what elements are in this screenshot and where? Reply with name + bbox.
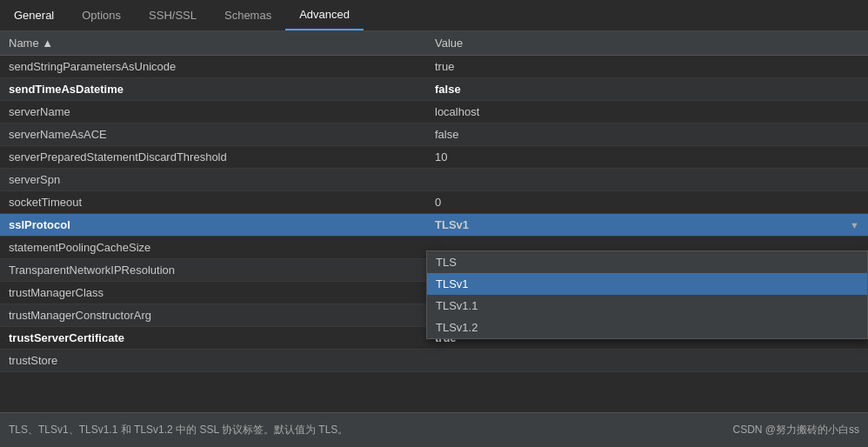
tab-schemas[interactable]: Schemas (210, 0, 285, 30)
property-value: 0 (426, 191, 868, 214)
tab-general[interactable]: General (0, 0, 68, 30)
property-value: 10 (426, 146, 868, 169)
property-value: true (426, 56, 868, 78)
property-name: trustManagerClass (0, 282, 426, 304)
property-name: serverSpn (0, 169, 426, 191)
table-row[interactable]: sendStringParametersAsUnicodetrue (0, 56, 868, 78)
property-value: false (426, 123, 868, 146)
property-name: sslProtocol (0, 214, 426, 237)
dropdown-option[interactable]: TLS (427, 251, 867, 273)
property-value (426, 169, 868, 191)
property-name: serverPreparedStatementDiscardThreshold (0, 146, 426, 169)
dropdown-option[interactable]: TLSv1.2 (427, 317, 867, 338)
property-name: trustServerCertificate (0, 327, 426, 350)
col-header-value: Value (426, 31, 868, 56)
dropdown-option[interactable]: TLSv1 (427, 273, 867, 295)
table-row[interactable]: serverSpn (0, 169, 868, 191)
table-row[interactable]: serverPreparedStatementDiscardThreshold1… (0, 146, 868, 169)
property-name: trustStore (0, 350, 426, 372)
property-name: statementPoolingCacheSize (0, 237, 426, 259)
property-name: serverNameAsACE (0, 123, 426, 146)
footer: TLS、TLSv1、TLSv1.1 和 TLSv1.2 中的 SSL 协议标签。… (0, 412, 868, 447)
footer-note: TLS、TLSv1、TLSv1.1 和 TLSv1.2 中的 SSL 协议标签。… (9, 423, 348, 437)
property-value (426, 350, 868, 372)
tab-bar: General Options SSH/SSL Schemas Advanced (0, 0, 868, 31)
table-row[interactable]: serverNamelocalhost (0, 101, 868, 123)
property-name: TransparentNetworkIPResolution (0, 259, 426, 282)
table-row[interactable]: socketTimeout0 (0, 191, 868, 214)
property-name: trustManagerConstructorArg (0, 304, 426, 327)
table-row[interactable]: sendTimeAsDatetimefalse (0, 78, 868, 101)
property-value: false (426, 78, 868, 101)
dropdown-arrow-icon[interactable]: ▼ (850, 220, 859, 230)
ssl-protocol-dropdown[interactable]: TLSTLSv1TLSv1.1TLSv1.2 (426, 250, 868, 339)
table-row[interactable]: serverNameAsACEfalse (0, 123, 868, 146)
properties-table-container: Name ▲ Value sendStringParametersAsUnico… (0, 31, 868, 412)
table-row[interactable]: trustStore (0, 350, 868, 372)
app-container: General Options SSH/SSL Schemas Advanced… (0, 0, 868, 447)
main-content: Name ▲ Value sendStringParametersAsUnico… (0, 31, 868, 447)
tab-advanced[interactable]: Advanced (285, 0, 364, 30)
property-name: sendStringParametersAsUnicode (0, 56, 426, 78)
footer-brand: CSDN @努力搬砖的小白ss (732, 423, 859, 437)
table-row[interactable]: sslProtocolTLSv1▼ (0, 214, 868, 237)
tab-sshssl[interactable]: SSH/SSL (135, 0, 210, 30)
tab-options[interactable]: Options (68, 0, 135, 30)
col-header-name: Name ▲ (0, 31, 426, 56)
dropdown-option[interactable]: TLSv1.1 (427, 295, 867, 317)
property-name: socketTimeout (0, 191, 426, 214)
property-value[interactable]: TLSv1▼ (426, 214, 868, 237)
property-name: sendTimeAsDatetime (0, 78, 426, 101)
table-header-row: Name ▲ Value (0, 31, 868, 56)
property-value: localhost (426, 101, 868, 123)
property-name: serverName (0, 101, 426, 123)
